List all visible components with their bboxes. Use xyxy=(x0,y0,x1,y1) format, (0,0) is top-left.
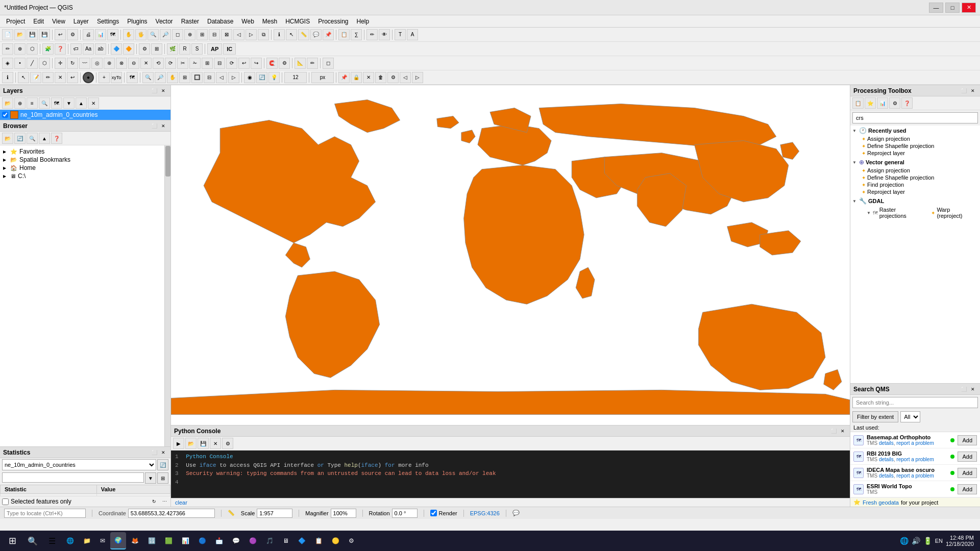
processing-search-input[interactable] xyxy=(852,112,978,123)
menu-item-layer[interactable]: Layer xyxy=(69,17,93,26)
identify2-btn[interactable]: ℹ xyxy=(2,72,13,83)
merge-attr-btn[interactable]: ⊟ xyxy=(214,58,225,69)
zoom-in-btn[interactable]: 🔍 xyxy=(148,29,159,40)
px-btn[interactable]: px xyxy=(311,72,334,83)
ideca-report-link[interactable]: report a problem xyxy=(896,473,934,479)
reshape-btn[interactable]: ⟲ xyxy=(153,58,164,69)
processing-help-btn[interactable]: ❓ xyxy=(901,97,913,109)
browser-refresh-btn[interactable]: 🔄 xyxy=(14,133,26,144)
scale-input[interactable] xyxy=(257,509,292,518)
select-btn[interactable]: ↖ xyxy=(286,29,297,40)
taskbar-app-9[interactable]: 📩 xyxy=(211,532,227,549)
gdal-header[interactable]: ▼ 🔧 GDAL xyxy=(850,196,980,206)
tree-spatial-bookmarks[interactable]: ▶ 📂 Spatial Bookmarks xyxy=(2,156,162,164)
rotation-input[interactable] xyxy=(392,509,418,518)
taskbar-app-8[interactable]: 🔵 xyxy=(194,532,210,549)
processing-settings-btn[interactable]: ⚙ xyxy=(889,97,900,109)
undo-btn[interactable]: ↩ xyxy=(238,58,250,69)
nav-left-btn[interactable]: ◁ xyxy=(400,72,411,83)
console-output[interactable]: 1 Python Console 2 Use iface to access Q… xyxy=(171,450,850,498)
raster-tools-btn[interactable]: 🔶 xyxy=(123,43,134,55)
clear-label[interactable]: clear xyxy=(175,499,187,506)
digitize-btn[interactable]: ✏ xyxy=(2,43,13,55)
filter-by-extent-btn[interactable]: Filter by extent xyxy=(852,411,898,422)
add-line-btn[interactable]: ╱ xyxy=(27,58,38,69)
processing-btn[interactable]: ⚙ xyxy=(139,43,150,55)
network-icon[interactable]: 🌐 xyxy=(900,537,909,545)
log-messages-btn[interactable]: 💬 xyxy=(512,510,520,516)
tree-c-drive[interactable]: ▶ 🖥 C:\ xyxy=(2,172,162,180)
collapse-all-btn[interactable]: ▲ xyxy=(76,97,87,109)
snapping-btn[interactable]: 🧲 xyxy=(266,58,278,69)
add-poly-btn[interactable]: ⬡ xyxy=(39,58,50,69)
identify-btn[interactable]: ℹ xyxy=(274,29,285,40)
menu-item-mesh[interactable]: Mesh xyxy=(258,17,281,26)
nav-right-btn[interactable]: ▷ xyxy=(412,72,423,83)
ideca-details-link[interactable]: details xyxy=(879,473,894,479)
ic-btn[interactable]: IC xyxy=(223,43,236,55)
map-canvas[interactable] xyxy=(171,85,850,425)
filter-layer-btn[interactable]: 🔍 xyxy=(39,97,50,109)
split-parts-btn[interactable]: ✁ xyxy=(189,58,201,69)
processing-expand-btn[interactable]: ⬜ xyxy=(960,87,968,95)
filter-map-btn[interactable]: 🗺 xyxy=(51,97,62,109)
stat-sum-btn[interactable]: ∑ xyxy=(351,29,362,40)
r-btn[interactable]: R xyxy=(179,43,190,55)
taskbar-app-11[interactable]: 🟣 xyxy=(245,532,261,549)
browser-filter-btn[interactable]: 🔍 xyxy=(27,133,38,144)
zoom-rubber-btn[interactable]: ◻ xyxy=(172,29,183,40)
magnifier-input[interactable] xyxy=(331,509,356,518)
stats-layer-select[interactable]: ne_10m_admin_0_countries xyxy=(2,459,156,470)
menu-item-edit[interactable]: Edit xyxy=(29,17,48,26)
console-expand-btn[interactable]: ⬜ xyxy=(829,427,838,435)
menu-item-web[interactable]: Web xyxy=(237,17,258,26)
qms-filter-select[interactable]: All xyxy=(900,411,920,422)
add-point-btn[interactable]: • xyxy=(14,58,26,69)
label3-btn[interactable]: ab xyxy=(95,43,106,55)
quick-field-btn[interactable]: ⊞ xyxy=(151,43,162,55)
search-taskbar-btn[interactable]: 🔍 xyxy=(23,532,42,550)
zoom-single-btn[interactable]: ⊕ xyxy=(184,29,195,40)
processing-history-btn[interactable]: 📋 xyxy=(852,97,864,109)
zoom-in2-btn[interactable]: 🔍 xyxy=(142,72,154,83)
rotate-point-btn[interactable]: ⟳ xyxy=(226,58,237,69)
pin-btn[interactable]: 📌 xyxy=(338,72,350,83)
select2-btn[interactable]: ↖ xyxy=(18,72,29,83)
browser-expand-btn[interactable]: ⬜ xyxy=(150,122,158,130)
qms-search-input[interactable] xyxy=(852,397,978,408)
lock-btn[interactable]: 🔒 xyxy=(351,72,362,83)
recent-define-shapefile[interactable]: ✦ Define Shapefile projection xyxy=(850,142,980,149)
basemap-add-btn[interactable]: Add xyxy=(958,435,977,445)
trace-btn[interactable]: ✏ xyxy=(307,58,318,69)
anno-btn[interactable]: 📌 xyxy=(323,29,334,40)
taskbar-app-qgis[interactable]: 🌍 xyxy=(110,532,126,549)
measure-btn[interactable]: 📏 xyxy=(298,29,309,40)
taskbar-app-4[interactable]: 🦊 xyxy=(127,532,143,549)
stats-filter-input[interactable] xyxy=(2,472,144,483)
stats-expand-btn[interactable]: ⬜ xyxy=(150,448,158,457)
menu-item-plugins[interactable]: Plugins xyxy=(123,17,151,26)
layer-item[interactable]: ne_10m_admin_0_countries xyxy=(0,110,170,120)
close-button[interactable]: ✕ xyxy=(962,3,976,13)
cad-btn[interactable]: 📐 xyxy=(295,58,306,69)
open-project-btn[interactable]: 📂 xyxy=(14,29,26,40)
recently-used-header[interactable]: ▼ 🕐 Recently used xyxy=(850,126,980,135)
epsg-label[interactable]: EPSG:4326 xyxy=(470,510,500,516)
basemap-details-link[interactable]: details xyxy=(879,440,894,446)
menu-item-help[interactable]: Help xyxy=(353,17,374,26)
expand-all-btn[interactable]: ▼ xyxy=(63,97,75,109)
manage-layer-btn[interactable]: ≡ xyxy=(27,97,38,109)
ap-btn[interactable]: AP xyxy=(207,43,222,55)
browser-help-btn[interactable]: ❓ xyxy=(51,133,62,144)
saga-btn[interactable]: S xyxy=(191,43,203,55)
zoom-native-btn[interactable]: ⧉ xyxy=(258,29,269,40)
label2-btn[interactable]: Aa xyxy=(83,43,94,55)
pan-map-btn[interactable]: ✋ xyxy=(123,29,134,40)
font-size-btn[interactable]: 12 xyxy=(284,72,307,83)
taskbar-app-1[interactable]: 🌐 xyxy=(62,532,78,549)
temp-scratch-btn[interactable]: ✏ xyxy=(366,29,378,40)
taskbar-app-6[interactable]: 🟩 xyxy=(161,532,177,549)
add-group-btn[interactable]: ⊕ xyxy=(14,97,26,109)
georef-btn[interactable]: 🗺 xyxy=(127,72,138,83)
zoom-all2-btn[interactable]: ⊟ xyxy=(204,72,215,83)
